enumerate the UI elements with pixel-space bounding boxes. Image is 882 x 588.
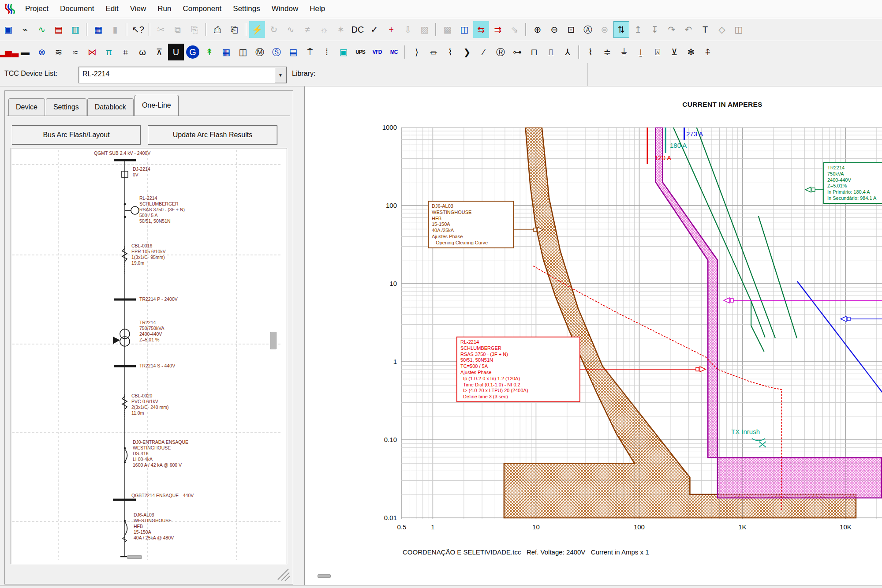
menu-component[interactable]: Component (177, 4, 227, 13)
burst-icon[interactable]: ☼ (316, 21, 332, 38)
refresh-icon[interactable]: ↻ (266, 21, 282, 38)
cb-device-icon[interactable]: ⟩ (409, 44, 425, 60)
coil-icon[interactable]: ω (135, 44, 150, 60)
save-icon[interactable]: ▮ (107, 21, 123, 38)
menu-project[interactable]: Project (19, 4, 54, 13)
ground-t-icon[interactable]: ⏚ (616, 44, 632, 60)
generator-g-icon[interactable]: G (186, 45, 199, 59)
shift-up-icon[interactable]: ↥ (630, 21, 646, 38)
redo-icon[interactable]: ↷ (664, 21, 680, 38)
pv-tree-icon[interactable]: ↟ (202, 44, 217, 60)
bus-segment-icon[interactable]: ▬ (17, 44, 33, 60)
cut-icon[interactable]: ✂ (153, 21, 169, 38)
winding-b-icon[interactable]: ≈ (67, 44, 83, 60)
diamond-tool-icon[interactable]: ◇ (714, 21, 730, 38)
wye-device-icon[interactable]: ⅄ (560, 44, 576, 60)
menu-view[interactable]: View (124, 4, 152, 13)
tcc-device-combobox[interactable]: RL-2214 ▼ (78, 67, 287, 83)
report2-icon[interactable]: ▤ (285, 44, 301, 60)
pole-top-icon[interactable]: ⊼ (151, 44, 167, 60)
oneline-hscroll-thumb[interactable] (127, 555, 142, 559)
first-aid-icon[interactable]: + (383, 21, 399, 38)
combo-dropdown-icon[interactable]: ▼ (275, 67, 286, 82)
tab-device[interactable]: Device (8, 98, 45, 116)
annotation-dj6-al03-box[interactable]: DJ6-AL03WESTINGHOUSEHFB15-150A40A /25kAA… (428, 201, 514, 248)
equipment-move-icon[interactable]: ⇉ (490, 21, 506, 38)
cb2-device-icon[interactable]: ❯ (459, 44, 475, 60)
up-t-icon[interactable]: ⍊ (633, 44, 649, 60)
xfmr-box-icon[interactable]: ⌗ (118, 44, 134, 60)
vfd-icon[interactable]: VFD (369, 44, 385, 60)
spreadsheet-icon[interactable]: ▦ (90, 21, 106, 38)
winding-a-icon[interactable]: ≋ (51, 44, 67, 60)
fuse-device-icon[interactable]: ⏛ (426, 44, 441, 60)
detail-form-icon[interactable]: ◫ (456, 21, 472, 38)
tab-datablock[interactable]: Datablock (87, 98, 134, 116)
caps-icon[interactable]: ≑ (599, 44, 615, 60)
oneline-vscroll-thumb[interactable] (270, 332, 277, 349)
tcc-hscroll-thumb[interactable] (318, 574, 331, 578)
relay-device-icon[interactable]: Ⓡ (493, 44, 508, 60)
impedance-x-icon[interactable]: ⋈ (84, 44, 100, 60)
mc-icon[interactable]: MC (386, 44, 402, 60)
texture-icon[interactable]: ▨ (417, 21, 433, 38)
switch-device-icon[interactable]: ∕ (476, 44, 492, 60)
menu-run[interactable]: Run (152, 4, 177, 13)
star-t-icon[interactable]: ✻ (683, 44, 699, 60)
flag-t-icon[interactable]: ⍏ (700, 44, 716, 60)
undo-icon[interactable]: ↶ (680, 21, 696, 38)
axis-settings-icon[interactable]: ⇅ (613, 21, 629, 38)
menu-edit[interactable]: Edit (100, 4, 124, 13)
dc-mode-icon[interactable]: DC (350, 21, 366, 38)
context-help-icon[interactable]: ↖? (130, 21, 146, 38)
zoom-all-icon[interactable]: Ⓐ (580, 21, 596, 38)
waveform-icon[interactable]: ∿ (283, 21, 299, 38)
phase-waves-icon[interactable]: ∿ (34, 21, 50, 38)
sparkle-icon[interactable]: ✶ (333, 21, 349, 38)
push-pin-icon[interactable]: ⇩ (400, 21, 416, 38)
update-arc-flash-button[interactable]: Update Arc Flash Results (148, 125, 277, 145)
copy-icon[interactable]: ⧉ (170, 21, 186, 38)
datablock-report-icon[interactable]: ▤ (51, 21, 67, 38)
ct-device-icon[interactable]: ⊓ (526, 44, 542, 60)
zoom-prev-icon[interactable]: ⊜ (597, 21, 613, 38)
shift-down-icon[interactable]: ↧ (647, 21, 663, 38)
matrix-icon[interactable]: ▦ (218, 44, 234, 60)
swap-icon[interactable]: ⇆ (473, 21, 489, 38)
pi-model-icon[interactable]: π (101, 44, 117, 60)
check-icon[interactable]: ✓ (366, 21, 382, 38)
annotation-tr-2214-box[interactable]: TR2214750kVA2400-440VZ=5.01%In Primário:… (823, 162, 882, 204)
push-gray-icon[interactable]: ⇘ (507, 21, 523, 38)
texture2-icon[interactable]: ▩ (440, 21, 456, 38)
zoom-out-icon[interactable]: ⊖ (546, 21, 562, 38)
print-preview-icon[interactable]: ⎗ (226, 21, 242, 38)
print-icon[interactable]: ⎙ (209, 21, 225, 38)
ups-icon[interactable]: UPS (352, 44, 368, 60)
annotation-rl-2214-box[interactable]: RL-2214SCHLUMBERGERRSAS 3750 - (3F + N)5… (456, 337, 580, 402)
load-profile-icon[interactable]: ▂▅▃ (0, 44, 16, 60)
source-s-icon[interactable]: Ⓢ (269, 44, 284, 60)
contact-device-icon[interactable]: ⎍ (543, 44, 559, 60)
arc-flash-run-icon[interactable]: ⚡ (249, 21, 265, 38)
pole2-icon[interactable]: ⍓ (650, 44, 665, 60)
motor-x-icon[interactable]: ⊗ (34, 44, 50, 60)
motor-m-icon[interactable]: Ⓜ (252, 44, 268, 60)
no-sync-icon[interactable]: ≠ (299, 21, 315, 38)
fuse-t-icon[interactable]: ⍑ (302, 44, 318, 60)
paste-icon[interactable]: ⎘ (187, 21, 202, 38)
menu-help[interactable]: Help (304, 4, 331, 13)
bus-arc-flash-button[interactable]: Bus Arc Flash/Layout (12, 125, 141, 145)
zoom-in-icon[interactable]: ⊕ (530, 21, 546, 38)
menu-settings[interactable]: Settings (227, 4, 265, 13)
pt-device-icon[interactable]: ⊶ (509, 44, 525, 60)
oneline-doc-icon[interactable]: ▣ (0, 21, 16, 38)
edge-tool-icon[interactable]: ◫ (731, 21, 747, 38)
tcc-form-icon[interactable]: ▥ (67, 21, 83, 38)
stack-dots-icon[interactable]: ⁞ (319, 44, 335, 60)
xor-t-icon[interactable]: ⊻ (666, 44, 682, 60)
panel-resize-grip[interactable] (275, 566, 291, 581)
tab-one-line[interactable]: One-Line (135, 95, 179, 116)
zoom-window-icon[interactable]: ⊡ (563, 21, 579, 38)
text-tool-icon[interactable]: T (697, 21, 713, 38)
menu-window[interactable]: Window (266, 4, 304, 13)
